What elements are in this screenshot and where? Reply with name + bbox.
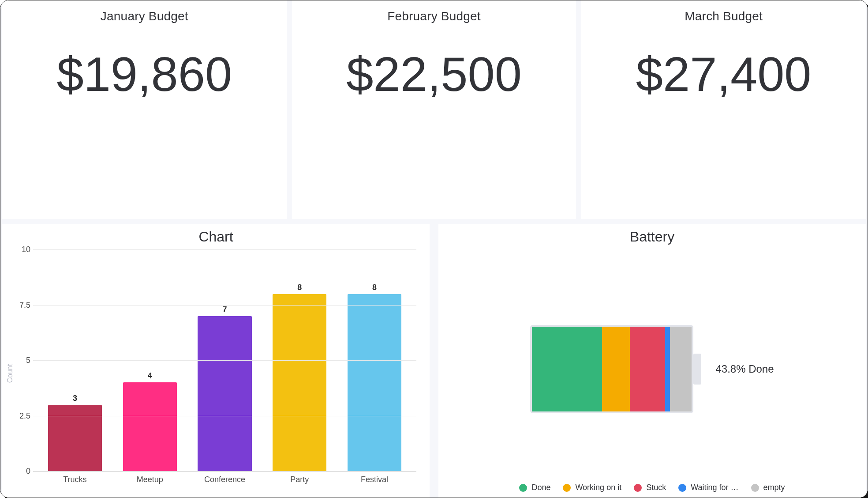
bar-value-label: 4 — [148, 371, 152, 381]
budget-value: $27,400 — [636, 50, 812, 98]
chart-xticks: TrucksMeetupConferencePartyFestival — [33, 472, 416, 484]
bar[interactable] — [123, 382, 177, 471]
battery-segment[interactable] — [670, 327, 692, 411]
legend-item[interactable]: Working on it — [563, 483, 621, 492]
battery-title: Battery — [630, 229, 674, 245]
battery-panel[interactable]: Battery 43.8% Done DoneWorking on itStuc… — [438, 224, 866, 498]
bar[interactable] — [273, 294, 326, 471]
ytick-label: 0 — [10, 467, 30, 476]
bar-value-label: 7 — [222, 305, 227, 314]
bar-value-label: 8 — [297, 283, 302, 292]
bar[interactable] — [48, 405, 102, 471]
gridline — [33, 249, 416, 250]
legend-swatch-icon — [634, 484, 642, 492]
battery-segment[interactable] — [630, 327, 665, 411]
xtick-label: Conference — [187, 475, 262, 484]
bar-value-label: 3 — [73, 393, 77, 403]
ytick-label: 2.5 — [10, 411, 30, 420]
chart-area: Count 34788 02.557.510 TrucksMeetupConfe… — [2, 249, 430, 498]
legend-label: empty — [763, 483, 785, 492]
chart-title: Chart — [198, 229, 233, 245]
bar-value-label: 8 — [372, 283, 377, 292]
bar[interactable] — [348, 294, 401, 471]
xtick-label: Party — [262, 475, 337, 484]
budget-value: $22,500 — [346, 50, 522, 98]
legend-label: Stuck — [646, 483, 666, 492]
xtick-label: Festival — [337, 475, 412, 484]
xtick-label: Meetup — [112, 475, 187, 484]
legend-swatch-icon — [563, 484, 571, 492]
bar[interactable] — [198, 316, 251, 471]
budget-title: January Budget — [101, 9, 188, 23]
budget-card-march[interactable]: March Budget $27,400 — [581, 0, 866, 219]
battery-body: 43.8% Done DoneWorking on itStuckWaiting… — [438, 249, 866, 498]
battery-summary: 43.8% Done — [715, 363, 774, 375]
budget-title: February Budget — [387, 9, 481, 23]
legend-item[interactable]: Waiting for … — [678, 483, 738, 492]
battery-segment[interactable] — [532, 327, 602, 411]
budget-title: March Budget — [685, 9, 763, 23]
budget-row: January Budget $19,860 February Budget $… — [0, 0, 868, 219]
legend-item[interactable]: Stuck — [634, 483, 666, 492]
chart-panel[interactable]: Chart Count 34788 02.557.510 TrucksMeetu… — [2, 224, 430, 498]
bottom-row: Chart Count 34788 02.557.510 TrucksMeetu… — [0, 219, 868, 498]
battery-icon — [530, 325, 693, 413]
chart-grid: 34788 02.557.510 — [33, 249, 416, 472]
ytick-label: 5 — [10, 356, 30, 365]
legend-label: Done — [531, 483, 550, 492]
gridline — [33, 305, 416, 306]
battery-cap-icon — [693, 354, 701, 385]
dashboard: January Budget $19,860 February Budget $… — [0, 0, 868, 498]
legend-swatch-icon — [751, 484, 759, 492]
ytick-label: 10 — [10, 245, 30, 254]
legend-swatch-icon — [678, 484, 686, 492]
budget-card-february[interactable]: February Budget $22,500 — [292, 0, 576, 219]
chart-ylabel: Count — [6, 364, 14, 383]
legend-label: Waiting for … — [691, 483, 738, 492]
legend-item[interactable]: Done — [519, 483, 550, 492]
gridline — [33, 416, 416, 416]
budget-card-january[interactable]: January Budget $19,860 — [2, 0, 287, 219]
legend-item[interactable]: empty — [751, 483, 785, 492]
battery-segment[interactable] — [602, 327, 630, 411]
battery-segment[interactable] — [665, 327, 670, 411]
budget-value: $19,860 — [57, 50, 232, 98]
xtick-label: Trucks — [37, 475, 112, 484]
legend-swatch-icon — [519, 484, 527, 492]
legend-label: Working on it — [575, 483, 621, 492]
gridline — [33, 360, 416, 361]
ytick-label: 7.5 — [10, 300, 30, 309]
battery-legend: DoneWorking on itStuckWaiting for …empty — [438, 483, 866, 492]
